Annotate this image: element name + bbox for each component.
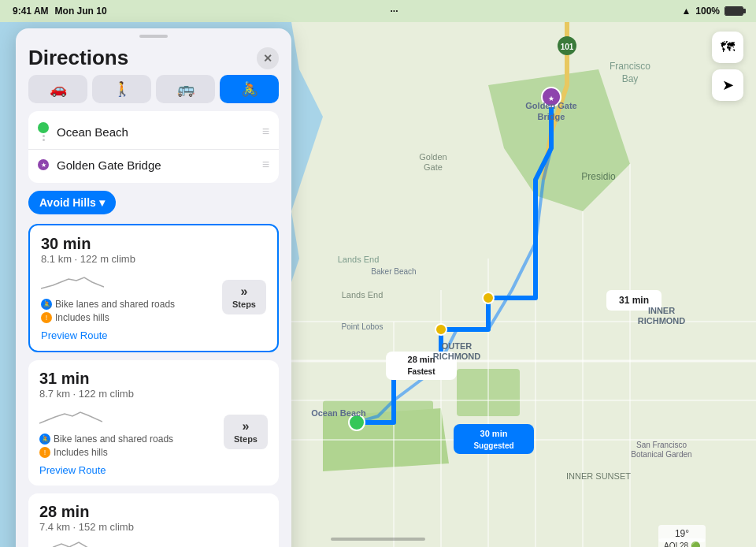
destination-handle: ≡: [262, 158, 269, 172]
origin-dot: [38, 122, 49, 133]
origin-indicator: [38, 122, 49, 141]
svg-text:Suggested: Suggested: [473, 441, 513, 450]
svg-text:Bay: Bay: [622, 73, 639, 84]
destination-dot: [38, 159, 49, 170]
svg-text:Lands End: Lands End: [338, 255, 380, 264]
svg-text:19°: 19°: [675, 528, 689, 539]
layers-button[interactable]: 🗺: [712, 32, 743, 63]
sidebar-header: Directions ✕: [16, 38, 291, 75]
svg-text:San Francisco: San Francisco: [636, 441, 687, 449]
svg-text:RICHMOND: RICHMOND: [433, 352, 481, 361]
battery-icon: [724, 6, 743, 16]
route-1-details: 8.1 km · 122 m climb: [41, 253, 266, 265]
svg-text:INNER SUNSET: INNER SUNSET: [566, 471, 631, 481]
battery-label: 100%: [695, 6, 720, 17]
route-2-elevation: [39, 406, 102, 428]
svg-text:Golden: Golden: [419, 152, 447, 162]
route-2-steps-button[interactable]: » Steps: [224, 415, 268, 449]
route-2-time: 31 min: [39, 370, 268, 388]
route-3-body: 🚴 Bike lanes and shared roads ! Includes…: [39, 539, 268, 547]
route-2-body: 🚴 Bike lanes and shared roads ! Includes…: [39, 406, 268, 458]
steps-arrows-icon-2: »: [243, 420, 250, 433]
svg-text:31 min: 31 min: [619, 295, 649, 306]
layers-icon: 🗺: [721, 39, 735, 56]
svg-text:28 min: 28 min: [408, 355, 435, 364]
destination-row: Golden Gate Bridge ≡: [28, 149, 279, 180]
route-1-steps-button[interactable]: » Steps: [222, 280, 266, 314]
route-1-body: 🚴 Bike lanes and shared roads ! Includes…: [41, 271, 266, 323]
transport-car[interactable]: 🚗: [28, 75, 87, 103]
route-card-2[interactable]: 31 min 8.7 km · 122 m climb 🚴 Bike lanes…: [28, 360, 279, 486]
location-icon: ➤: [722, 76, 734, 94]
map-controls: 🗺 ➤: [712, 32, 743, 101]
route-1-road-type: 🚴 Bike lanes and shared roads: [41, 299, 214, 310]
origin-row: Ocean Beach ≡: [28, 114, 279, 149]
transport-walk[interactable]: 🚶: [92, 75, 151, 103]
svg-text:Lands End: Lands End: [342, 290, 384, 300]
bike-icon: 🚴: [41, 299, 52, 310]
route-2-details: 8.7 km · 122 m climb: [39, 388, 268, 400]
svg-text:Botanical Garden: Botanical Garden: [631, 450, 691, 459]
svg-point-19: [483, 292, 494, 303]
close-icon: ✕: [263, 52, 272, 65]
transport-tabs: 🚗 🚶 🚌 🚴: [16, 75, 291, 111]
status-date: Mon Jun 10: [55, 6, 107, 17]
route-1-warning: ! Includes hills: [41, 312, 214, 323]
chevron-down-icon: ▾: [99, 196, 105, 209]
route-inputs: Ocean Beach ≡ Golden Gate Bridge ≡: [28, 111, 279, 183]
warning-icon-2: !: [39, 447, 50, 458]
route-3-details: 7.4 km · 152 m climb: [39, 521, 268, 533]
svg-text:Baker Beach: Baker Beach: [371, 267, 416, 276]
route-3-elevation: [39, 539, 102, 547]
preview-route-2-link[interactable]: Preview Route: [39, 464, 268, 476]
status-dots: ···: [390, 6, 398, 17]
svg-text:30 min: 30 min: [480, 429, 508, 438]
svg-text:Point Lobos: Point Lobos: [342, 322, 384, 331]
svg-text:RICHMOND: RICHMOND: [638, 316, 686, 326]
steps-label: Steps: [232, 300, 256, 309]
svg-text:OUTER: OUTER: [442, 341, 472, 351]
route-card-3[interactable]: 28 min 7.4 km · 152 m climb 🚴 Bike lanes…: [28, 493, 279, 547]
route-1-time: 30 min: [41, 235, 266, 253]
directions-panel: Directions ✕ 🚗 🚶 🚌 🚴 Ocean Beach ≡ Golde…: [16, 28, 291, 547]
svg-point-18: [435, 324, 447, 335]
route-2-road-type: 🚴 Bike lanes and shared roads: [39, 434, 216, 445]
route-2-warning: ! Includes hills: [39, 447, 216, 458]
warning-icon: !: [41, 312, 52, 323]
preview-route-1-link[interactable]: Preview Route: [41, 329, 266, 341]
route-1-info: 🚴 Bike lanes and shared roads ! Includes…: [41, 271, 214, 323]
svg-text:Francisco: Francisco: [610, 61, 650, 72]
svg-text:101: 101: [561, 43, 574, 51]
svg-text:Golden Gate: Golden Gate: [525, 101, 576, 110]
svg-text:Ocean Beach: Ocean Beach: [311, 408, 366, 418]
avoid-hills-label: Avoid Hills: [39, 196, 96, 209]
steps-arrows-icon: »: [241, 285, 248, 298]
avoid-hills-button[interactable]: Avoid Hills ▾: [28, 191, 116, 214]
svg-text:Bridge: Bridge: [538, 112, 565, 121]
svg-text:Presidio: Presidio: [581, 171, 616, 182]
route-1-elevation: [41, 271, 104, 293]
svg-text:AQI 28 🟢: AQI 28 🟢: [664, 541, 701, 547]
origin-input[interactable]: Ocean Beach: [57, 125, 254, 139]
transport-transit[interactable]: 🚌: [156, 75, 215, 103]
close-button[interactable]: ✕: [257, 47, 279, 69]
svg-text:Fastest: Fastest: [407, 367, 435, 376]
steps-label-2: Steps: [234, 434, 258, 444]
route-card-1[interactable]: 30 min 8.1 km · 122 m climb 🚴 Bike lanes…: [28, 224, 279, 352]
wifi-icon: ▲: [681, 6, 691, 17]
route-2-info: 🚴 Bike lanes and shared roads ! Includes…: [39, 406, 216, 458]
destination-input[interactable]: Golden Gate Bridge: [57, 158, 254, 172]
home-indicator: [331, 538, 425, 541]
status-time: 9:41 AM: [13, 6, 49, 17]
svg-text:INNER: INNER: [648, 306, 675, 315]
route-3-info: 🚴 Bike lanes and shared roads ! Includes…: [39, 539, 216, 547]
svg-text:Gate: Gate: [424, 162, 443, 172]
bike-icon-2: 🚴: [39, 434, 50, 445]
location-button[interactable]: ➤: [712, 69, 743, 101]
transport-bike[interactable]: 🚴: [220, 75, 279, 103]
origin-handle: ≡: [262, 125, 269, 139]
route-3-time: 28 min: [39, 503, 268, 521]
sidebar-title: Directions: [28, 46, 128, 70]
status-bar: 9:41 AM Mon Jun 10 ··· ▲ 100%: [0, 0, 756, 22]
